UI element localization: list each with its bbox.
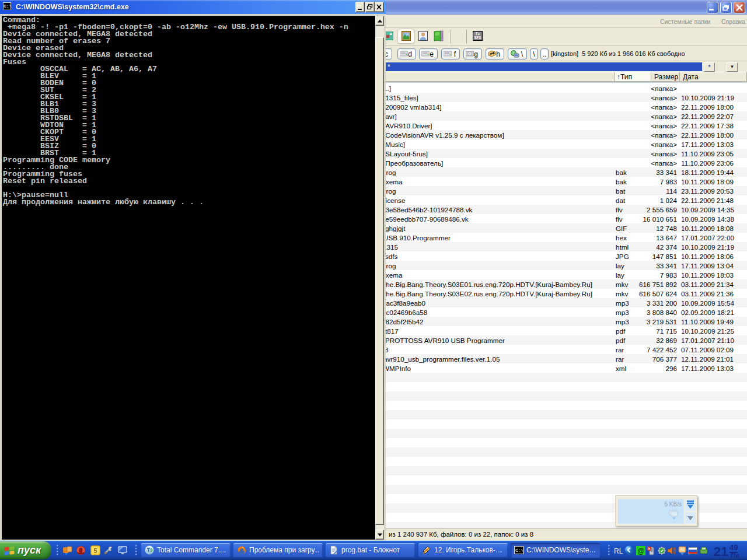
svg-text:@: @ — [637, 547, 644, 555]
svg-text:5: 5 — [93, 547, 97, 554]
svg-text:SFX: SFX — [474, 36, 481, 40]
svg-text:7z: 7z — [476, 32, 480, 36]
svg-text:C:\: C:\ — [515, 548, 523, 553]
